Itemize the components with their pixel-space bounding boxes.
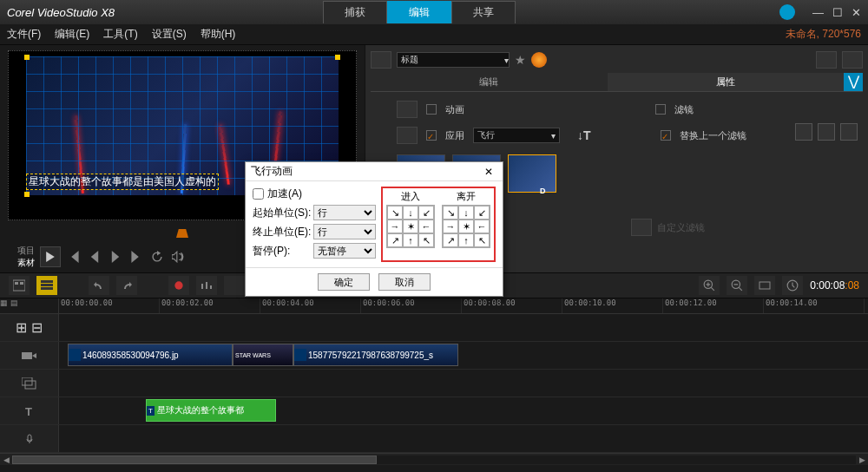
expand-button[interactable]: ⋁ bbox=[844, 73, 863, 91]
leave-dir-button[interactable]: ↘ bbox=[443, 206, 458, 220]
goto-end-button[interactable] bbox=[128, 249, 144, 265]
tab-capture[interactable]: 捕获 bbox=[323, 1, 387, 23]
pause-select[interactable]: 无暂停 bbox=[313, 243, 376, 259]
favorite-icon[interactable]: ★ bbox=[515, 53, 526, 67]
leave-dir-button[interactable]: ↙ bbox=[474, 206, 490, 220]
material-mode-label[interactable]: 素材 bbox=[17, 257, 35, 269]
scroll-right-button[interactable]: ▶ bbox=[856, 456, 868, 464]
leave-dir-button[interactable]: ↗ bbox=[443, 233, 458, 247]
library-icon[interactable] bbox=[371, 51, 391, 69]
end-unit-select[interactable]: 行 bbox=[313, 224, 376, 239]
title-track-body[interactable]: T星球大战的整个故事都 bbox=[59, 397, 868, 424]
zoom-out-button[interactable] bbox=[727, 276, 747, 295]
menu-help[interactable]: 帮助(H) bbox=[201, 27, 236, 42]
ok-button[interactable]: 确定 bbox=[318, 273, 370, 291]
enter-dir-button[interactable]: ✶ bbox=[403, 220, 418, 233]
enter-dir-button[interactable]: ← bbox=[418, 220, 434, 233]
replace-filter-checkbox[interactable] bbox=[661, 130, 671, 141]
goto-start-button[interactable] bbox=[66, 249, 82, 265]
next-frame-button[interactable] bbox=[108, 249, 123, 265]
delete-button[interactable] bbox=[840, 123, 858, 141]
mixer-button[interactable] bbox=[196, 276, 217, 295]
video-clip[interactable]: STAR WARS bbox=[233, 344, 293, 366]
preset-thumb-selected[interactable]: D bbox=[508, 154, 556, 193]
auto-music-button[interactable] bbox=[224, 276, 245, 295]
leave-dir-button[interactable]: ✶ bbox=[458, 220, 474, 233]
video-clip[interactable]: 146089358530094796.jp bbox=[68, 344, 233, 366]
leave-dir-button[interactable]: ↖ bbox=[474, 233, 490, 247]
overlay-track-body[interactable] bbox=[59, 370, 868, 397]
title-clip[interactable]: T星球大战的整个故事都 bbox=[146, 399, 276, 422]
menu-settings[interactable]: 设置(S) bbox=[152, 27, 187, 42]
accel-checkbox[interactable] bbox=[253, 188, 264, 200]
enter-dir-button[interactable]: ↘ bbox=[387, 206, 403, 220]
animation-type-select[interactable]: 飞行▾ bbox=[473, 128, 560, 143]
tab-edit[interactable]: 编辑 bbox=[387, 1, 451, 23]
enter-dir-button[interactable]: → bbox=[387, 220, 403, 233]
video-track-icon[interactable] bbox=[0, 342, 59, 369]
dialog-close-button[interactable]: ✕ bbox=[480, 166, 497, 178]
dialog-titlebar[interactable]: 飞行动画 ✕ bbox=[246, 162, 503, 181]
scroll-left-button[interactable]: ◀ bbox=[0, 456, 12, 464]
menu-edit[interactable]: 编辑(E) bbox=[55, 27, 89, 42]
enter-dir-button[interactable]: ↙ bbox=[418, 206, 434, 220]
voice-track-icon[interactable] bbox=[0, 425, 59, 452]
close-button[interactable]: ✕ bbox=[852, 6, 861, 19]
storyboard-view-button[interactable] bbox=[9, 276, 30, 295]
play-button[interactable] bbox=[40, 246, 61, 267]
start-unit-select[interactable]: 行 bbox=[313, 205, 376, 220]
project-mode-label[interactable]: 项目 bbox=[17, 245, 35, 257]
title-track-icon[interactable]: T bbox=[0, 397, 59, 424]
tab-attributes[interactable]: 属性 bbox=[608, 73, 845, 91]
record-button[interactable] bbox=[168, 276, 189, 295]
video-track-body[interactable]: 146089358530094796.jp STAR WARS 15877579… bbox=[59, 342, 868, 369]
time-ruler[interactable]: ▦ ▤ 00:00:00.00 00:00:02.00 00:00:04.00 … bbox=[0, 298, 868, 314]
options-toggle-icon[interactable] bbox=[842, 51, 863, 69]
leave-dir-button[interactable]: ← bbox=[474, 220, 490, 233]
timeline-view-button[interactable] bbox=[36, 276, 57, 295]
crop-handle[interactable] bbox=[24, 192, 30, 197]
enter-dir-button[interactable]: ↖ bbox=[418, 233, 434, 247]
enter-dir-button[interactable]: ↑ bbox=[403, 233, 418, 247]
enter-dir-button[interactable]: ↗ bbox=[387, 233, 403, 247]
move-down-button[interactable] bbox=[818, 123, 835, 141]
playhead-marker[interactable] bbox=[176, 229, 188, 238]
video-clip[interactable]: 158775792217987638799725_s bbox=[293, 344, 458, 366]
crop-handle[interactable] bbox=[24, 55, 30, 60]
subtitle-overlay[interactable]: 星球大战的整个故事都是由美国人虚构的 bbox=[26, 174, 219, 190]
enter-dir-button[interactable]: ↓ bbox=[403, 206, 418, 220]
crop-handle[interactable] bbox=[335, 55, 340, 60]
zoom-in-button[interactable] bbox=[699, 276, 720, 295]
tab-share[interactable]: 共享 bbox=[451, 1, 516, 23]
filter-checkbox[interactable] bbox=[655, 104, 666, 115]
fit-button[interactable] bbox=[754, 276, 775, 295]
ruler-head[interactable]: ▦ ▤ bbox=[0, 298, 59, 313]
volume-button[interactable] bbox=[170, 249, 186, 265]
track-toggle[interactable]: ⊞ ⊟ bbox=[0, 314, 59, 341]
move-up-button[interactable] bbox=[795, 123, 812, 141]
repeat-button[interactable] bbox=[149, 249, 165, 265]
prev-frame-button[interactable] bbox=[87, 249, 102, 265]
scrollbar-thumb[interactable] bbox=[12, 456, 377, 464]
maximize-button[interactable]: ☐ bbox=[832, 6, 843, 19]
apply-checkbox[interactable] bbox=[426, 130, 437, 141]
category-dropdown[interactable]: 标题▾ bbox=[397, 52, 510, 68]
tab-edit-props[interactable]: 编辑 bbox=[371, 73, 608, 91]
undo-button[interactable] bbox=[89, 276, 109, 295]
voice-track-body[interactable] bbox=[59, 425, 868, 452]
redo-button[interactable] bbox=[116, 276, 137, 295]
timecode-display[interactable]: 0:00:08:08 bbox=[810, 279, 859, 292]
minimize-button[interactable]: — bbox=[812, 6, 824, 19]
menu-tools[interactable]: 工具(T) bbox=[103, 27, 137, 42]
globe-icon[interactable] bbox=[779, 4, 795, 20]
leave-dir-button[interactable]: → bbox=[443, 220, 458, 233]
gallery-toggle-icon[interactable] bbox=[816, 51, 837, 69]
menu-file[interactable]: 文件(F) bbox=[7, 27, 41, 42]
cancel-button[interactable]: 取消 bbox=[378, 273, 431, 291]
animation-checkbox[interactable] bbox=[426, 104, 437, 115]
leave-dir-button[interactable]: ↓ bbox=[458, 206, 474, 220]
overlay-track-icon[interactable] bbox=[0, 370, 59, 397]
leave-dir-button[interactable]: ↑ bbox=[458, 233, 474, 247]
text-customize-icon[interactable]: ↓T bbox=[577, 128, 591, 142]
scrollbar-track[interactable] bbox=[12, 456, 856, 464]
